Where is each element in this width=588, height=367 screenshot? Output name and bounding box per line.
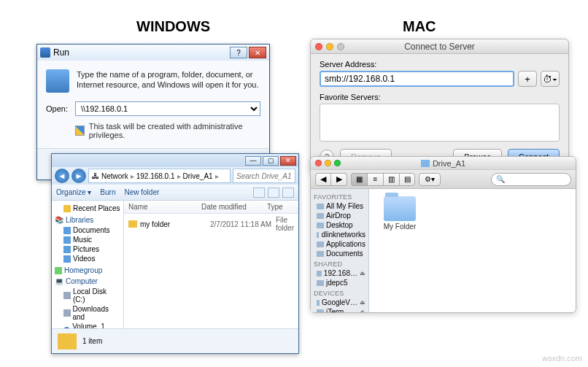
favorite-servers-list[interactable] <box>320 104 560 142</box>
run-titlebar[interactable]: Run ? ✕ <box>37 45 269 61</box>
folder-icon <box>128 220 137 228</box>
connect-titlebar[interactable]: Connect to Server <box>311 39 568 54</box>
run-description: Type the name of a program, folder, docu… <box>77 69 260 93</box>
sidebar-item-iterm[interactable]: iTerm⏏ <box>314 307 365 312</box>
history-button[interactable]: ⏱▾ <box>541 71 560 87</box>
table-row[interactable]: my folder 2/7/2012 11:18 AM File folder <box>128 216 294 232</box>
folder-icon-large <box>58 333 77 349</box>
finder-sidebar: FAVORITES All My Files AirDrop Desktop d… <box>311 189 369 312</box>
run-icon-small <box>40 47 50 58</box>
column-view-button[interactable]: ▥ <box>383 173 399 186</box>
sidebar-group-libraries[interactable]: 📚 Libraries <box>55 216 120 224</box>
add-server-button[interactable]: + <box>518 71 537 87</box>
back-button[interactable]: ◄ <box>55 169 69 183</box>
maximize-button[interactable]: ▢ <box>263 156 279 166</box>
open-label: Open: <box>46 104 71 113</box>
explorer-sidebar: Recent Places 📚 Libraries Documents Musi… <box>52 201 124 328</box>
close-light[interactable] <box>315 160 322 166</box>
sidebar-group-homegroup[interactable]: Homegroup <box>55 266 120 274</box>
close-button[interactable]: ✕ <box>249 47 266 58</box>
minimize-light[interactable] <box>326 43 333 50</box>
sidebar-item-recent[interactable]: Recent Places <box>53 204 122 213</box>
run-title: Run <box>53 47 69 58</box>
sidebar-item-jdepc5[interactable]: jdepc5 <box>314 278 365 287</box>
watermark: wsxdn.com <box>542 354 582 363</box>
sidebar-item-desktop[interactable]: Desktop <box>314 220 365 230</box>
sidebar-item-documents[interactable]: Documents <box>53 225 122 235</box>
run-icon <box>46 69 69 93</box>
sidebar-header-shared: SHARED <box>314 260 365 268</box>
zoom-light[interactable] <box>334 160 341 166</box>
sidebar-item-videos[interactable]: Videos <box>53 254 122 263</box>
minimize-light[interactable] <box>325 160 331 166</box>
folder-label: My Folder <box>384 223 416 231</box>
explorer-titlebar[interactable]: — ▢ ✕ <box>52 154 298 167</box>
windows-explorer: — ▢ ✕ ◄ ► 🖧 Network▸ 192.168.0.1▸ Drive_… <box>51 153 299 354</box>
sidebar-group-computer[interactable]: 💻 Computer <box>55 277 120 285</box>
finder-titlebar[interactable]: Drive_A1 <box>311 157 576 170</box>
eject-icon[interactable]: ⏏ <box>360 309 365 312</box>
heading-mac: MAC <box>403 18 436 35</box>
forward-button[interactable]: ▶ <box>331 173 347 186</box>
sidebar-header-favorites: FAVORITES <box>314 193 365 201</box>
sidebar-item-googlev[interactable]: GoogleV…⏏ <box>314 298 365 307</box>
favorite-servers-label: Favorite Servers: <box>320 93 560 101</box>
folder-icon <box>421 160 430 167</box>
col-date[interactable]: Date modified <box>201 203 267 211</box>
connect-title: Connect to Server <box>404 42 475 52</box>
new-folder-button[interactable]: New folder <box>124 188 159 196</box>
heading-windows: WINDOWS <box>136 18 210 35</box>
search-input[interactable]: 🔍 <box>491 173 571 186</box>
sidebar-item-volume1[interactable]: Volume_1 (\\win <box>53 322 122 328</box>
action-menu[interactable]: ⚙▾ <box>419 173 441 186</box>
icon-view-button[interactable]: ▦ <box>351 173 367 186</box>
status-bar: 1 item <box>52 328 298 353</box>
finder-toolbar: ◀ ▶ ▦ ≡ ▥ ▤ ⚙▾ 🔍 <box>311 170 576 189</box>
sidebar-item-dlink[interactable]: dlinknetworks <box>314 230 365 239</box>
eject-icon[interactable]: ⏏ <box>360 270 365 277</box>
shield-icon <box>75 125 85 136</box>
sidebar-item-applications[interactable]: Applications <box>314 239 365 249</box>
server-address-input[interactable] <box>320 71 514 87</box>
network-icon: 🖧 <box>92 172 99 180</box>
search-input[interactable] <box>233 169 295 183</box>
burn-button[interactable]: Burn <box>100 188 115 196</box>
sidebar-item-documents[interactable]: Documents <box>314 249 365 258</box>
help-icon[interactable] <box>282 188 294 198</box>
close-light[interactable] <box>315 43 322 50</box>
sidebar-header-devices: DEVICES <box>314 290 365 297</box>
preview-icon[interactable] <box>268 188 279 198</box>
col-type[interactable]: Type <box>267 203 294 211</box>
view-icon[interactable] <box>253 188 265 198</box>
status-text: 1 item <box>82 337 102 345</box>
back-button[interactable]: ◀ <box>315 173 331 186</box>
mac-finder: Drive_A1 ◀ ▶ ▦ ≡ ▥ ▤ ⚙▾ 🔍 FAVORITES All … <box>310 156 576 313</box>
zoom-light[interactable] <box>337 43 344 50</box>
sidebar-item-pictures[interactable]: Pictures <box>53 244 122 254</box>
forward-button[interactable]: ► <box>71 169 86 183</box>
help-button[interactable]: ? <box>230 47 247 58</box>
sidebar-item-allfiles[interactable]: All My Files <box>314 201 365 211</box>
eject-icon[interactable]: ⏏ <box>360 299 365 306</box>
list-view-button[interactable]: ≡ <box>367 173 383 186</box>
minimize-button[interactable]: — <box>245 156 261 166</box>
explorer-toolbar: Organize ▾ Burn New folder <box>52 185 298 201</box>
col-name[interactable]: Name <box>128 203 201 211</box>
sidebar-item-192168[interactable]: 192.168…⏏ <box>314 269 365 278</box>
open-combobox[interactable]: \\192.168.0.1 <box>75 101 260 116</box>
sidebar-item-music[interactable]: Music <box>53 235 122 244</box>
finder-content[interactable]: My Folder <box>369 189 576 312</box>
folder-icon <box>384 196 416 221</box>
mac-connect-dialog: Connect to Server Server Address: + ⏱▾ F… <box>310 39 569 173</box>
folder-item[interactable]: My Folder <box>376 196 423 231</box>
sidebar-item-downloads[interactable]: Downloads and <box>53 304 122 322</box>
close-button[interactable]: ✕ <box>280 156 296 166</box>
coverflow-view-button[interactable]: ▤ <box>399 173 415 186</box>
organize-menu[interactable]: Organize ▾ <box>56 188 91 196</box>
admin-message: This task will be created with administr… <box>89 122 260 139</box>
breadcrumb[interactable]: 🖧 Network▸ 192.168.0.1▸ Drive_A1▸ <box>88 169 231 183</box>
server-address-label: Server Address: <box>320 60 560 69</box>
finder-title: Drive_A1 <box>433 159 465 168</box>
sidebar-item-airdrop[interactable]: AirDrop <box>314 211 365 220</box>
sidebar-item-localdisk[interactable]: Local Disk (C:) <box>53 287 122 304</box>
